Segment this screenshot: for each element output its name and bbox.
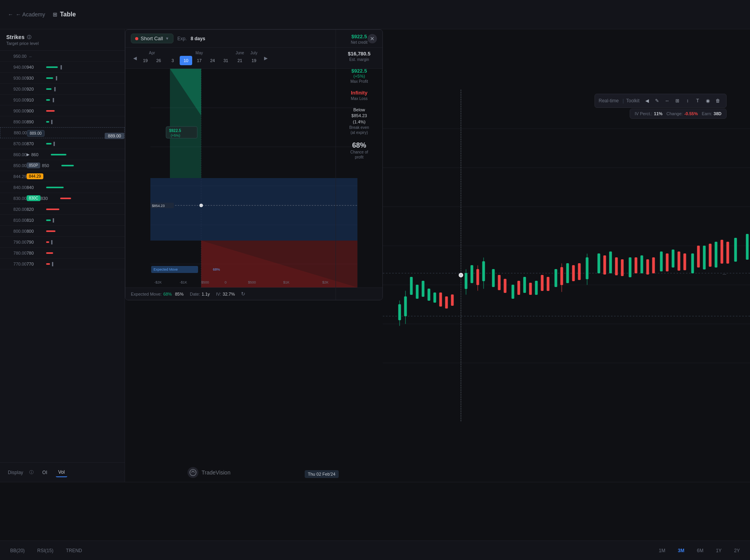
oi-button[interactable]: OI (40, 468, 50, 477)
svg-rect-71 (746, 234, 748, 260)
svg-rect-97 (727, 242, 729, 264)
timeframe-3m[interactable]: 3M (675, 546, 687, 555)
toolbar-vertical-btn[interactable]: ↕ (683, 96, 692, 105)
bottom-controls: BB(20) RSI(15) TREND 1M 3M 6M 1Y 2Y (0, 540, 750, 560)
expected-move-item: Expected Move: 68% 85% (131, 292, 184, 296)
prev-date-button[interactable]: ◀ (131, 55, 139, 61)
max-loss-item: Infinity Max Loss (340, 90, 379, 101)
svg-rect-83 (572, 266, 575, 281)
date-17-may[interactable]: 17 (193, 56, 205, 65)
vol-button[interactable]: Vol (56, 468, 67, 477)
date-10-may[interactable]: 10 (180, 56, 192, 65)
svg-rect-43 (404, 297, 407, 316)
net-credit-label: Net credit (340, 40, 379, 45)
max-profit-label: Max Profit (340, 79, 379, 84)
strike-row-800: 800.00 800 (0, 226, 125, 237)
svg-rect-66 (672, 250, 674, 268)
next-date-button[interactable]: ▶ (262, 55, 270, 61)
svg-rect-68 (703, 246, 705, 269)
bottom-bar: TradeVision Thu 02 Feb'24 BB(20) RSI(15)… (0, 482, 750, 560)
month-may: May 3 10 17 24 31 (166, 51, 232, 65)
svg-rect-61 (598, 254, 600, 273)
strike-row-950: 950.00 – (0, 51, 125, 62)
table-icon: ⊞ (53, 11, 57, 18)
svg-text:Expected Move: Expected Move (154, 268, 178, 271)
svg-rect-57 (535, 281, 538, 295)
svg-text:-$2K: -$2K (154, 280, 162, 284)
date-31-may[interactable]: 31 (220, 56, 232, 65)
svg-rect-69 (715, 242, 717, 268)
toolbar-crosshair-btn[interactable]: ↔ (663, 96, 671, 105)
svg-rect-54 (492, 269, 495, 287)
svg-rect-91 (666, 254, 668, 271)
date-26-apr[interactable]: 26 (152, 56, 165, 65)
svg-rect-49 (428, 289, 430, 301)
indicator-rsi[interactable]: RSI(15) (35, 546, 55, 555)
strike-row-844: 844.29 844.29 (0, 171, 125, 182)
strikes-subtitle: Target price level (6, 41, 118, 46)
expected-move-pct2: 85% (175, 292, 184, 296)
svg-rect-78 (518, 281, 520, 295)
indicator-bb[interactable]: BB(20) (8, 546, 27, 555)
break-even-value: Below $854.23 (1.4%) (340, 107, 379, 125)
iv-earn-value: 38D (714, 111, 721, 116)
strike-row-790: 790.00 790 ▐ (0, 237, 125, 248)
iv-change-value: -0.55% (684, 111, 698, 116)
date-24-may[interactable]: 24 (206, 56, 219, 65)
date-19-apr[interactable]: 19 (139, 56, 152, 65)
toolbar-prev-btn[interactable]: ◀ (643, 96, 651, 105)
max-profit-value: $922.5 (340, 68, 379, 74)
date-21-june[interactable]: 21 (234, 56, 246, 65)
strike-row-820: 820.00 820 (0, 204, 125, 215)
strikes-title-text: Strikes (6, 34, 25, 40)
svg-rect-79 (529, 283, 532, 295)
toolbar-crop-btn[interactable]: ⊞ (673, 96, 682, 105)
date-3-may[interactable]: 3 (166, 56, 179, 65)
svg-rect-90 (652, 258, 655, 273)
table-button[interactable]: ⊞ Table (53, 11, 76, 18)
chart-info-container: $854.23 Expected Move 68% $922.5 (+5%) -… (125, 69, 382, 287)
short-call-badge[interactable]: Short Call ▼ (131, 34, 173, 43)
indicator-trend[interactable]: TREND (64, 546, 84, 555)
timeframe-2y[interactable]: 2Y (732, 546, 742, 555)
est-margin-item: $16,780.5 Est. margin (340, 51, 379, 62)
svg-rect-76 (498, 275, 500, 290)
svg-rect-92 (678, 252, 680, 271)
svg-rect-89 (646, 260, 649, 275)
chance-pct-value: 68% (340, 141, 379, 150)
iv-bar: IV Perct.: 11% Change: -0.55% Earn: 38D (630, 109, 727, 119)
svg-text:-$1K: -$1K (180, 280, 187, 284)
svg-rect-94 (697, 246, 700, 268)
svg-text:$854.23: $854.23 (152, 204, 165, 208)
strikes-panel: Strikes ⓘ Target price level 950.00 – 94… (0, 29, 125, 482)
academy-button[interactable]: ← ← Academy (8, 11, 45, 18)
table-label: Table (60, 11, 76, 18)
timeframe-6m[interactable]: 6M (695, 546, 706, 555)
refresh-icon[interactable]: ↻ (241, 291, 245, 297)
svg-rect-85 (604, 256, 606, 275)
toolbar-pencil-btn[interactable]: ✎ (653, 96, 661, 105)
toolbar-eye-btn[interactable]: ◉ (704, 96, 712, 105)
toolbar-text-btn[interactable]: T (693, 96, 702, 105)
svg-rect-73 (445, 297, 448, 309)
date-tooltip: Thu 02 Feb'24 (305, 470, 339, 478)
svg-rect-77 (504, 279, 506, 293)
svg-text:$2K: $2K (322, 280, 329, 284)
toolkit-label: Toolkit (626, 98, 639, 103)
month-july: July 19 (248, 51, 260, 65)
strikes-body: 950.00 – 940.00 940 ▐ 930.00 930 ▐ 920.0… (0, 51, 125, 480)
strikes-title: Strikes ⓘ (6, 34, 118, 40)
svg-rect-64 (641, 256, 643, 273)
strike-row-810: 810.00 810 ▐ (0, 215, 125, 226)
break-even-item: Below $854.23 (1.4%) Break even(at expir… (340, 107, 379, 135)
svg-rect-70 (734, 238, 737, 262)
svg-text:$922.5: $922.5 (169, 128, 181, 133)
timeframe-1m[interactable]: 1M (657, 546, 668, 555)
svg-rect-51 (465, 273, 467, 289)
date-19-july[interactable]: 19 (248, 56, 260, 65)
svg-point-108 (459, 273, 463, 277)
svg-text:68%: 68% (213, 268, 220, 271)
est-margin-value: $16,780.5 (340, 51, 379, 57)
toolbar-delete-btn[interactable]: 🗑 (714, 96, 722, 105)
timeframe-1y[interactable]: 1Y (714, 546, 724, 555)
